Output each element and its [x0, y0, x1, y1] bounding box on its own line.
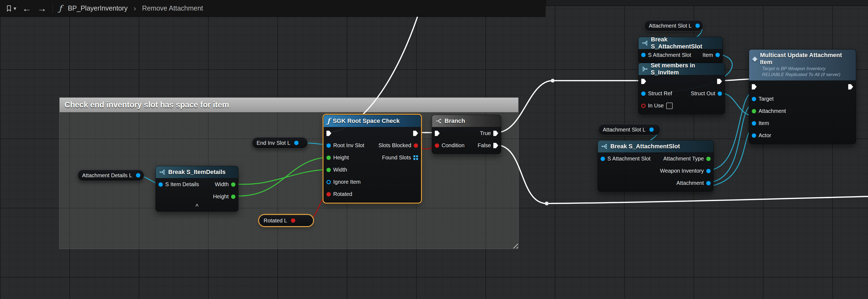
function-icon: ƒ: [327, 117, 330, 125]
object-pin-out[interactable]: [706, 181, 711, 185]
graph-canvas[interactable]: Check end inventory slot has space for i…: [0, 0, 868, 299]
set-members-icon: [642, 66, 648, 72]
node-multicast-update-attachment-item[interactable]: ◈ Multicast Update Attachment Item Targe…: [749, 49, 856, 144]
object-pin-in[interactable]: [327, 143, 331, 148]
pill-attachment-slot-bottom[interactable]: Attachment Slot L: [598, 124, 660, 135]
float-pin-in[interactable]: [327, 156, 331, 160]
pin-label: Condition: [442, 142, 465, 148]
bookmark-button[interactable]: ▾: [5, 5, 16, 12]
bool-pin-in[interactable]: [327, 192, 331, 196]
float-pin-in[interactable]: [327, 168, 331, 172]
forward-button[interactable]: →: [37, 4, 46, 13]
pill-attachment-slot-top[interactable]: Attachment Slot L: [644, 20, 703, 31]
pill-attachment-details[interactable]: Attachment Details L: [78, 170, 144, 181]
pin-label: True: [480, 130, 491, 136]
exec-pin-in[interactable]: [641, 79, 646, 84]
node-header[interactable]: Set members in S_InvItem: [639, 63, 725, 75]
exec-pin-false[interactable]: [493, 143, 498, 148]
object-pin-out[interactable]: [294, 141, 299, 145]
node-title: Break S_AttachmentSlot: [610, 143, 680, 150]
float-pin-out[interactable]: [231, 195, 236, 199]
bool-pin-in-unconnected[interactable]: [641, 104, 646, 108]
pin-label: Item: [758, 120, 769, 126]
node-break-attachment-slot-top[interactable]: Break S_AttachmentSlot S Attachment Slot…: [638, 37, 723, 63]
object-pin-in-unconnected[interactable]: [327, 180, 331, 184]
reroute-node-bottom[interactable]: [545, 202, 549, 205]
node-header[interactable]: Branch: [432, 115, 501, 127]
node-header[interactable]: Break S_ItemDetails: [156, 166, 238, 178]
wire-height-height: [234, 157, 328, 196]
exec-pin-out[interactable]: [413, 131, 418, 136]
pin-label: Attachment: [677, 180, 704, 186]
reroute-node-top[interactable]: [551, 79, 555, 82]
wire-exec-entry: [328, 0, 424, 133]
enum-pin-out[interactable]: [706, 157, 711, 161]
object-pin-out[interactable]: [695, 24, 700, 28]
struct-pin-in[interactable]: [641, 53, 646, 57]
float-pin-out[interactable]: [231, 182, 236, 187]
struct-pin-in[interactable]: [600, 157, 605, 161]
node-title: Set members in S_InvItem: [651, 62, 721, 76]
pill-label: End Inv Slot L: [256, 140, 290, 146]
node-break-item-details[interactable]: Break S_ItemDetails S Item Details Width…: [155, 166, 239, 211]
node-header[interactable]: Break S_AttachmentSlot: [639, 37, 722, 49]
graph-toolbar: ▾ ← → ƒ BP_PlayerInventory › Remove Atta…: [0, 0, 546, 17]
bool-pin-out[interactable]: [414, 143, 418, 148]
pin-label: In Use: [648, 103, 664, 109]
struct-pin-in[interactable]: [158, 182, 163, 187]
multicast-icon: ◈: [752, 56, 757, 62]
pin-label: Attachment Type: [663, 156, 704, 162]
struct-out-pin[interactable]: [718, 92, 722, 96]
object-pin-out[interactable]: [706, 169, 711, 173]
breadcrumb-graph[interactable]: Remove Attachment: [142, 4, 203, 12]
pin-label: Item: [703, 52, 713, 58]
pill-rotated[interactable]: Rotated L: [259, 215, 313, 226]
object-pin-item[interactable]: [752, 121, 756, 126]
node-subtitle-replication: RELIABLE Replicated To All (if server): [762, 72, 852, 78]
break-struct-icon: [642, 40, 648, 46]
object-pin-out[interactable]: [715, 53, 720, 57]
collapse-chevron-icon[interactable]: ^: [156, 203, 238, 209]
break-struct-icon: [159, 169, 165, 175]
pin-label: S Attachment Slot: [608, 156, 650, 162]
back-button[interactable]: ←: [22, 4, 31, 13]
node-header[interactable]: Break S_AttachmentSlot: [598, 140, 713, 153]
pin-label: Target: [758, 96, 774, 102]
in-use-checkbox[interactable]: [666, 103, 673, 109]
pin-label: Height: [213, 194, 229, 200]
pin-attachment[interactable]: [752, 109, 756, 113]
exec-pin-in[interactable]: [435, 131, 440, 136]
object-pin-out[interactable]: [136, 173, 140, 177]
exec-pin-in[interactable]: [327, 131, 331, 136]
bool-pin-condition[interactable]: [435, 143, 439, 148]
pill-end-inv-slot[interactable]: End Inv Slot L: [252, 137, 308, 148]
exec-pin-in[interactable]: [752, 84, 757, 90]
pill-label: Rotated L: [264, 218, 287, 224]
node-branch[interactable]: Branch True Condition False: [432, 115, 501, 154]
pin-label: Width: [215, 181, 229, 188]
node-title: Break S_ItemDetails: [168, 169, 226, 176]
pin-label: S Attachment Slot: [648, 52, 691, 58]
struct-array-pin-out[interactable]: [413, 155, 418, 160]
node-header[interactable]: ƒ SGK Root Space Check: [324, 115, 421, 127]
pin-label: Struct Out: [691, 90, 715, 97]
struct-ref-pin-in[interactable]: [641, 92, 646, 96]
exec-pin-true[interactable]: [493, 131, 498, 136]
object-pin-out[interactable]: [649, 128, 654, 132]
bool-pin-out[interactable]: [291, 219, 295, 223]
node-header[interactable]: ◈ Multicast Update Attachment Item Targe…: [749, 49, 856, 80]
pin-label: False: [477, 142, 491, 148]
node-set-members[interactable]: Set members in S_InvItem Struct Ref Stru…: [638, 63, 725, 114]
breadcrumb-blueprint[interactable]: BP_PlayerInventory: [68, 4, 128, 12]
object-pin-actor[interactable]: [752, 133, 756, 138]
node-title: Multicast Update Attachment Item: [760, 52, 852, 66]
object-pin-target[interactable]: [752, 97, 756, 101]
exec-pin-out[interactable]: [848, 84, 853, 90]
exec-pin-out[interactable]: [717, 79, 722, 84]
pin-label: Root Inv Slot: [333, 142, 364, 148]
branch-icon: [435, 118, 442, 124]
toolbar-divider: [53, 4, 53, 13]
pin-label: Rotated: [333, 191, 352, 197]
node-sgk-root-space-check[interactable]: ƒ SGK Root Space Check Root Inv Slot Slo…: [323, 115, 421, 203]
node-break-attachment-slot-bottom[interactable]: Break S_AttachmentSlot S Attachment Slot…: [598, 140, 714, 192]
